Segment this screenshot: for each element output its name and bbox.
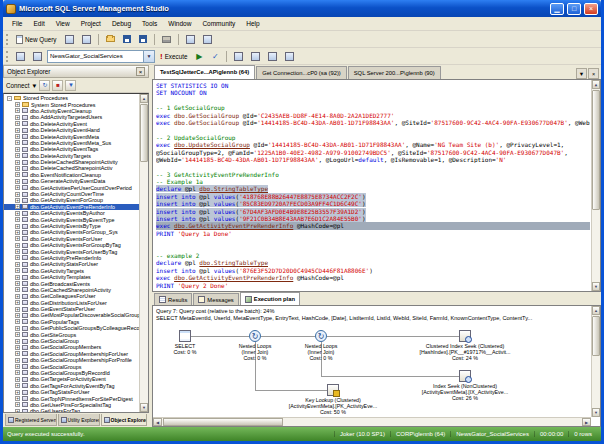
tree-scrollbar[interactable]: ▲ ▼ — [139, 94, 148, 412]
expand-icon[interactable]: + — [15, 192, 20, 197]
show-estimated-plan-button[interactable] — [231, 49, 246, 63]
tree-item[interactable]: +dbo.GetPublicSocialGroupsByColleagueRec… — [4, 325, 139, 331]
expand-icon[interactable]: + — [15, 377, 20, 382]
new-query-button[interactable]: New Query — [13, 32, 60, 46]
expand-icon[interactable]: + — [15, 313, 20, 318]
sql-line[interactable]: -- 1 GetSocialGroup — [156, 104, 590, 111]
tree-item[interactable]: +dbo.GetActivityEventsForGroupByTag — [4, 242, 139, 248]
expand-icon[interactable]: + — [15, 383, 20, 388]
tab-messages[interactable]: Messages — [193, 293, 238, 305]
expand-icon[interactable]: + — [15, 224, 20, 229]
sql-editor[interactable]: SET STATISTICS IO ONSET NOCOUNT ON -- 1 … — [152, 79, 601, 292]
expand-icon[interactable]: + — [15, 268, 20, 273]
plan-vertical-scrollbar[interactable]: ▲ ▼ — [591, 306, 600, 417]
sql-line[interactable]: exec dbo.GetSocialGroup @Id='14414185-BC… — [156, 119, 590, 126]
change-connection-button[interactable] — [30, 49, 45, 63]
expand-icon[interactable]: + — [15, 236, 20, 241]
sql-line[interactable]: SET NOCOUNT ON — [156, 89, 590, 96]
tab-object-explorer[interactable]: Object Explorer — [101, 414, 148, 426]
tab-execution-plan[interactable]: Execution plan — [240, 292, 300, 305]
object-explorer-header[interactable]: Object Explorer × — [3, 65, 149, 78]
sql-line[interactable]: declare @pl dbo.StringTableType — [156, 185, 590, 192]
include-actual-plan-button[interactable] — [248, 49, 263, 63]
tab-results[interactable]: Results — [154, 293, 192, 305]
expand-icon[interactable]: + — [15, 332, 20, 337]
print-button[interactable] — [159, 32, 174, 46]
expand-icon[interactable]: + — [15, 179, 20, 184]
expand-icon[interactable]: + — [15, 307, 20, 312]
expand-icon[interactable]: + — [15, 275, 20, 280]
editor-tab-active[interactable]: TestSqlJetterCe...AP\glennb (64) — [154, 65, 255, 79]
tree-item[interactable]: +dbo.GetSocialGroupMembershipForProfile — [4, 357, 139, 363]
expand-icon[interactable]: + — [15, 102, 20, 107]
scroll-down-icon[interactable]: ▼ — [592, 408, 600, 417]
scroll-thumb[interactable] — [163, 418, 283, 426]
database-engine-query-button[interactable] — [62, 32, 77, 46]
scroll-thumb[interactable] — [592, 316, 600, 356]
editor-tab[interactable]: Get Connection...cP0 (sa (92)) — [256, 66, 347, 79]
sql-line[interactable] — [156, 97, 590, 104]
sql-line[interactable]: insert into @pl values('418768E88B26447E… — [156, 193, 590, 200]
expand-icon[interactable]: + — [15, 243, 20, 248]
expand-icon[interactable]: + — [15, 230, 20, 235]
menu-project[interactable]: Project — [76, 19, 106, 28]
expand-icon[interactable]: + — [15, 396, 20, 401]
sql-line[interactable]: -- 2 UpdateSocialGroup — [156, 134, 590, 141]
plan-node-clustered-index-seek[interactable]: Clustered Index Seek (Clustered) [HashIn… — [405, 330, 525, 362]
expand-icon[interactable]: + — [15, 351, 20, 356]
plan-horizontal-scrollbar[interactable]: ◀ ▶ — [153, 417, 591, 426]
scroll-down-icon[interactable]: ▼ — [140, 403, 148, 412]
sql-line[interactable]: insert into @pl values('876E3F52D7D20D0C… — [156, 267, 590, 274]
save-button[interactable] — [120, 32, 134, 46]
stop-icon[interactable]: ■ — [52, 80, 63, 91]
expand-icon[interactable]: + — [15, 198, 20, 203]
menu-help[interactable]: Help — [241, 19, 264, 28]
scroll-track[interactable] — [592, 211, 600, 282]
expand-icon[interactable]: + — [15, 140, 20, 145]
editor-scrollbar[interactable]: ▲ ▼ — [591, 80, 600, 291]
editor-tab[interactable]: SQL Server 200...P\glennb (90) — [348, 66, 441, 79]
execute-button[interactable]: !Execute — [157, 49, 190, 63]
expand-icon[interactable]: + — [15, 364, 20, 369]
connect-button[interactable]: Connect ▼ — [6, 82, 37, 89]
sql-line[interactable]: PRINT 'Query 1a Done' — [156, 230, 590, 237]
sql-line[interactable] — [156, 237, 590, 244]
scroll-right-icon[interactable]: ▶ — [582, 418, 591, 426]
comment-button[interactable] — [282, 49, 297, 63]
expand-icon[interactable]: + — [15, 409, 20, 413]
open-file-button[interactable] — [103, 32, 118, 46]
scroll-left-icon[interactable]: ◀ — [153, 418, 162, 426]
expand-icon[interactable]: + — [15, 204, 20, 209]
filter-icon[interactable]: ▼ — [65, 80, 76, 91]
sql-line[interactable]: insert into @pl values('9F21C0B34B8E43AA… — [156, 215, 590, 222]
menu-file[interactable]: File — [7, 19, 27, 28]
expand-icon[interactable]: + — [15, 121, 20, 126]
sql-line[interactable]: exec dbo.UpdateSocialGroup @Id='14414185… — [156, 141, 590, 148]
sql-line[interactable] — [156, 245, 590, 252]
sql-line[interactable]: PRINT 'Query 2 Done' — [156, 282, 590, 289]
refresh-icon[interactable]: ↻ — [39, 80, 50, 91]
maximize-button[interactable]: □ — [567, 3, 581, 15]
collapse-icon[interactable]: - — [7, 96, 12, 101]
scroll-down-icon[interactable]: ▼ — [592, 282, 600, 291]
sql-line[interactable]: exec dbo.GetActivityEventPreRenderInfo @… — [156, 274, 590, 281]
scroll-up-icon[interactable]: ▲ — [140, 94, 148, 103]
sql-line[interactable]: -- 3 GetActivityEventPreRenderInfo — [156, 171, 590, 178]
tab-utility-explorer[interactable]: Utility Explorer — [58, 414, 100, 426]
plan-node-index-seek[interactable]: Index Seek (NonClustered) [ActivityEvent… — [405, 370, 525, 402]
expand-icon[interactable]: + — [15, 300, 20, 305]
debug-button[interactable]: ▶ — [192, 49, 206, 63]
menu-view[interactable]: View — [51, 19, 75, 28]
menu-edit[interactable]: Edit — [28, 19, 49, 28]
expand-icon[interactable]: + — [15, 134, 20, 139]
expand-icon[interactable]: + — [15, 326, 20, 331]
expand-icon[interactable]: + — [15, 249, 20, 254]
tab-list-dropdown-icon[interactable]: ▼ — [576, 68, 587, 79]
scroll-track[interactable] — [140, 163, 148, 403]
tree-item[interactable]: +dbo.GetUsersForTag — [4, 408, 139, 413]
menu-debug[interactable]: Debug — [107, 19, 136, 28]
tree-item[interactable]: +dbo.GetMostPopularDiscoverableSocialGro… — [4, 312, 139, 318]
expand-icon[interactable]: + — [15, 262, 20, 267]
menu-tools[interactable]: Tools — [137, 19, 162, 28]
object-explorer-tree[interactable]: -Stored Procedures+System Stored Procedu… — [3, 93, 149, 413]
